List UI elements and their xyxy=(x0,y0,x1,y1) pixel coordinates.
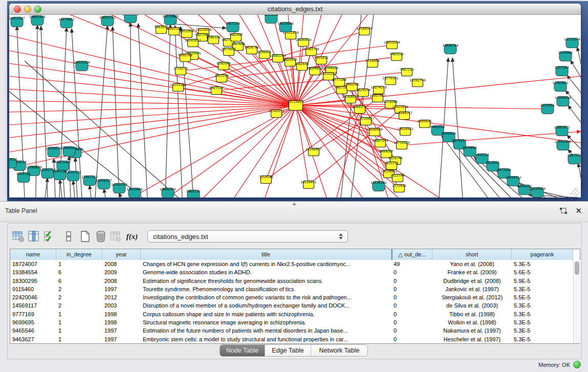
table-row[interactable]: 911546021997Tourette syndrome. Phenomeno… xyxy=(10,285,573,293)
table-row[interactable]: 977716911998Corpus callosum shape and si… xyxy=(10,310,573,318)
graph-node[interactable]: 16162748 xyxy=(409,78,426,87)
table-selector-dropdown[interactable]: citations_edges.txt xyxy=(147,230,348,243)
table-row[interactable]: 2242004622012Investigating the contribut… xyxy=(10,293,573,301)
delete-table-icon[interactable] xyxy=(94,229,108,244)
graph-node[interactable]: 15276021 xyxy=(58,17,75,28)
graph-node[interactable]: 7462667 xyxy=(229,33,243,41)
graph-node[interactable]: 8427552 xyxy=(209,86,224,95)
graph-node[interactable]: 10553287 xyxy=(9,16,25,27)
graph-node[interactable]: 17957253 xyxy=(81,175,98,186)
graph-node[interactable]: 7986372 xyxy=(353,105,367,114)
graph-node[interactable]: 18640910 xyxy=(295,38,312,47)
new-table-icon[interactable] xyxy=(78,229,92,244)
graph-node[interactable]: 16534471 xyxy=(300,180,317,189)
graph-node[interactable]: 16074579 xyxy=(371,85,387,94)
select-columns-icon[interactable] xyxy=(42,229,56,244)
float-panel-icon[interactable] xyxy=(559,207,568,215)
graph-node[interactable]: 20615101 xyxy=(122,15,139,23)
column-header-name[interactable]: name xyxy=(10,249,56,260)
table-row[interactable]: 1938455462009Genome-wide association stu… xyxy=(10,268,573,276)
graph-node[interactable]: 16033809 xyxy=(162,15,179,25)
graph-node[interactable]: 9242848 xyxy=(216,61,231,70)
graph-node[interactable]: 7955812 xyxy=(314,56,329,64)
graph-node[interactable]: 12923448 xyxy=(126,187,143,198)
graph-node[interactable]: 12444194 xyxy=(555,96,571,106)
tab-network-table[interactable]: Network Table xyxy=(311,345,367,356)
graph-node[interactable]: 12213364 xyxy=(170,83,186,92)
graph-node[interactable]: 12093822 xyxy=(552,81,569,92)
graph-node[interactable]: 20691406 xyxy=(29,15,46,26)
graph-node[interactable]: 19218506 xyxy=(277,21,294,32)
graph-node[interactable]: 1733426 xyxy=(392,184,406,192)
graph-node[interactable]: 7487513 xyxy=(400,68,414,76)
graph-node[interactable]: 12544549 xyxy=(356,27,373,35)
graph-node[interactable]: 8454749 xyxy=(245,46,259,54)
graph-node[interactable]: 20915334 xyxy=(74,60,90,71)
graph-node[interactable]: 8860128 xyxy=(167,27,181,35)
column-settings-icon[interactable] xyxy=(11,229,26,244)
graph-node[interactable]: 17016504 xyxy=(555,140,571,150)
table-row[interactable]: 969969511998Structural magnetic resonanc… xyxy=(10,318,573,326)
close-panel-icon[interactable]: ✕ xyxy=(575,206,582,215)
graph-node[interactable]: 9393010 xyxy=(9,158,17,168)
show-column-icon[interactable] xyxy=(27,229,41,244)
graph-node[interactable]: 15148457 xyxy=(306,147,322,156)
graph-node[interactable]: 9129946 xyxy=(558,51,573,61)
table-row[interactable]: 1872400712008Changes of HCN gene express… xyxy=(10,260,573,268)
graph-node[interactable]: 18807249 xyxy=(372,139,388,147)
column-header-out_de[interactable]: △ out_de... xyxy=(391,249,432,260)
table-scrollbar-thumb[interactable] xyxy=(575,261,579,275)
graph-node[interactable]: 18724007 xyxy=(288,100,304,111)
graph-node[interactable]: 16720407 xyxy=(358,117,374,125)
function-builder-icon[interactable]: f(x) xyxy=(125,229,139,244)
graph-node[interactable]: 18982343 xyxy=(160,187,176,198)
graph-node[interactable]: 15751074 xyxy=(564,37,580,48)
graph-node[interactable]: 16543812 xyxy=(185,38,201,47)
network-view-canvas[interactable]: 7963822886012889129542322605898275051654… xyxy=(9,15,581,198)
graph-node[interactable]: 15992971 xyxy=(554,125,570,136)
graph-node[interactable]: 13505135 xyxy=(65,170,81,181)
graph-node[interactable]: 7963822 xyxy=(154,25,168,34)
graph-node[interactable]: 9899695 xyxy=(418,119,432,128)
table-row[interactable]: 1830029562008Estimation of significance … xyxy=(10,277,573,285)
tab-node-table[interactable]: Node Table xyxy=(220,345,265,356)
graph-node[interactable]: 19775165 xyxy=(382,76,399,85)
graph-node[interactable]: 19654923 xyxy=(397,127,413,136)
graph-node[interactable]: 8186328 xyxy=(206,35,221,44)
table-row[interactable]: 946554611997Estimation of the future num… xyxy=(10,326,573,335)
column-header-short[interactable]: short xyxy=(432,249,512,260)
graph-node[interactable]: 9875685 xyxy=(222,47,236,56)
graph-node[interactable]: 2803144 xyxy=(214,74,229,82)
graph-node[interactable]: 19810194 xyxy=(384,40,400,49)
graph-node[interactable]: 9227343 xyxy=(555,65,569,76)
network-window-titlebar[interactable]: citations_edges.txt xyxy=(9,4,581,15)
network-window[interactable]: citations_edges.txt 79638228860128891295… xyxy=(9,4,581,198)
graph-node[interactable]: 9355731 xyxy=(16,172,31,183)
graph-node[interactable]: 25606590 xyxy=(61,146,77,157)
graph-node[interactable]: 7857224 xyxy=(226,21,240,32)
graph-node[interactable]: 5905135 xyxy=(186,189,201,198)
column-header-pagerank[interactable]: pagerank xyxy=(512,249,573,260)
table-scrollbar[interactable] xyxy=(573,260,580,343)
column-header-year[interactable]: year xyxy=(102,249,141,260)
graph-node[interactable]: 8215955 xyxy=(540,103,555,114)
graph-node[interactable]: 16782759 xyxy=(111,183,127,193)
column-chooser-icon[interactable] xyxy=(61,229,76,244)
tab-edge-table[interactable]: Edge Table xyxy=(265,345,311,356)
graph-node[interactable]: 20655133 xyxy=(99,15,116,26)
graph-node[interactable]: 1187533 xyxy=(567,154,581,164)
graph-node[interactable]: 15136141 xyxy=(371,181,387,191)
graph-node[interactable]: 18549357 xyxy=(396,111,412,120)
graph-node[interactable]: 2522544 xyxy=(390,173,405,182)
split-pane-grip-icon[interactable] xyxy=(292,203,296,205)
table-row[interactable]: 1456911722003Disruption of a novel membe… xyxy=(10,301,573,310)
graph-node[interactable]: 19448794 xyxy=(442,43,459,54)
column-header-title[interactable]: title xyxy=(141,249,391,260)
graph-node[interactable]: 20206576 xyxy=(46,146,62,157)
graph-node[interactable]: 2718176 xyxy=(173,67,188,75)
graph-node[interactable]: 7485033 xyxy=(389,52,404,61)
graph-node[interactable]: 9890768 xyxy=(178,53,192,62)
graph-node[interactable]: 8912954 xyxy=(180,29,194,38)
graph-node[interactable]: 7254541 xyxy=(259,175,273,184)
graph-node[interactable]: 10224509 xyxy=(529,187,546,198)
